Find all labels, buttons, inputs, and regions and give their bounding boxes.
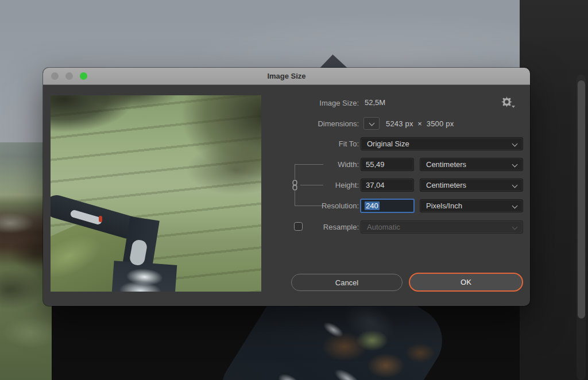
resolution-unit-value: Pixels/Inch	[426, 201, 462, 210]
chevron-down-icon	[512, 162, 518, 168]
width-unit-value: Centimeters	[426, 160, 466, 169]
dimensions-width: 5243 px	[386, 119, 413, 128]
height-unit-select[interactable]: Centimeters	[420, 179, 523, 192]
height-input[interactable]	[361, 179, 414, 192]
width-label: Width:	[215, 160, 359, 169]
image-size-dialog: Image Size Image Size: 52,5M	[43, 68, 530, 306]
resample-value: Automatic	[367, 223, 400, 231]
height-label: Height:	[215, 181, 359, 189]
cancel-button[interactable]: Cancel	[291, 274, 403, 291]
photoshop-screen: Image Size Image Size: 52,5M	[0, 0, 588, 380]
resolution-selected-text: 240	[365, 201, 380, 210]
chevron-down-icon	[512, 183, 518, 188]
resolution-label: Resolution:	[215, 201, 359, 210]
dialog-title: Image Size	[43, 68, 530, 85]
resolution-input[interactable]: 240	[360, 199, 415, 213]
resolution-unit-select[interactable]: Pixels/Inch	[420, 199, 523, 212]
fit-to-select[interactable]: Original Size	[361, 137, 523, 150]
chevron-down-icon	[512, 224, 518, 230]
fit-to-value: Original Size	[367, 139, 409, 148]
gear-menu-arrow	[512, 106, 515, 108]
preview-person-red	[99, 216, 102, 222]
height-unit-value: Centimeters	[426, 181, 466, 189]
dimensions-unit-chevron-icon[interactable]	[363, 117, 380, 130]
ok-button[interactable]: OK	[409, 273, 523, 292]
scrollbar-thumb[interactable]	[578, 80, 585, 319]
image-size-value: 52,5M	[365, 98, 385, 107]
gear-icon[interactable]	[499, 96, 514, 109]
resample-select: Automatic	[361, 220, 523, 234]
width-unit-select[interactable]: Centimeters	[420, 158, 523, 171]
dimensions-value: 5243 px × 3500 px	[386, 119, 454, 128]
dimensions-label: Dimensions:	[215, 119, 359, 128]
chevron-down-icon	[512, 203, 518, 209]
times-sign: ×	[417, 119, 422, 128]
fit-to-label: Fit To:	[215, 139, 359, 148]
preview-river-rapids	[111, 261, 177, 292]
dimensions-height: 3500 px	[427, 119, 454, 128]
chevron-down-icon	[369, 121, 375, 126]
width-input[interactable]	[361, 158, 414, 171]
dialog-titlebar[interactable]: Image Size	[43, 68, 530, 85]
resample-label: Resample:	[215, 223, 359, 231]
image-size-label: Image Size:	[215, 99, 359, 107]
chevron-down-icon	[512, 141, 518, 147]
